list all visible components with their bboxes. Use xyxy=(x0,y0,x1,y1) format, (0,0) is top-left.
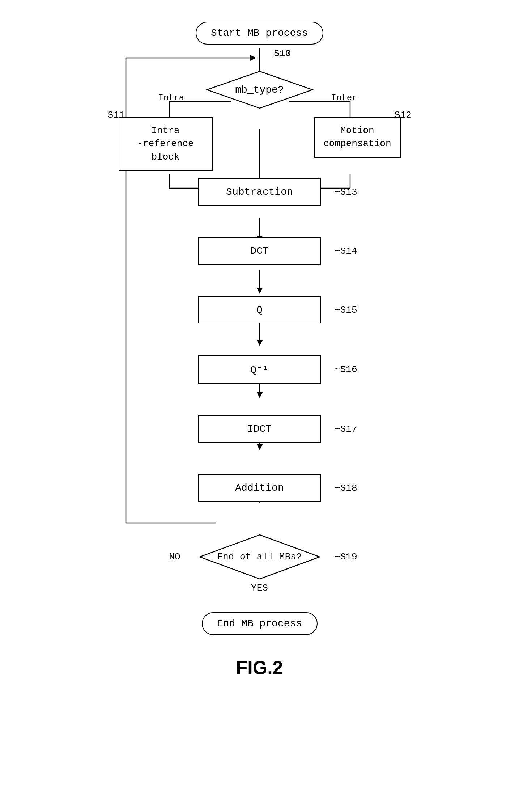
intra-ref-block: Intra-reference block xyxy=(119,117,213,171)
s16-label: ~S16 xyxy=(335,364,357,375)
motion-comp-block: Motioncompensation xyxy=(314,117,400,158)
inter-branch-label: Inter xyxy=(331,93,357,103)
subtraction-node: Subtraction xyxy=(198,178,321,206)
s18-label: ~S18 xyxy=(335,483,357,494)
figure-label: FIG.2 xyxy=(236,657,283,678)
q-inv-label: Q⁻¹ xyxy=(250,364,268,376)
s15-label: ~S15 xyxy=(335,305,357,316)
svg-marker-21 xyxy=(257,392,263,398)
idct-label: IDCT xyxy=(247,423,272,435)
s14-label: ~S14 xyxy=(335,246,357,257)
page: Start MB process S10 mb_type? Intra Inte… xyxy=(0,0,519,812)
s13-label: ~S13 xyxy=(335,187,357,198)
idct-node: IDCT xyxy=(198,415,321,443)
q-label: Q xyxy=(256,304,263,316)
addition-label: Addition xyxy=(235,482,284,494)
start-node: Start MB process xyxy=(196,22,323,45)
mb-type-decision: mb_type? xyxy=(205,70,314,110)
end-node: End MB process xyxy=(202,612,318,635)
q-node: Q xyxy=(198,296,321,323)
svg-marker-17 xyxy=(257,288,263,294)
s19-label: ~S19 xyxy=(335,551,357,562)
svg-marker-23 xyxy=(257,444,263,450)
start-label: Start MB process xyxy=(211,28,308,39)
yes-label: YES xyxy=(251,583,268,593)
end-all-mbs-decision: End of all MBs? xyxy=(198,533,321,580)
s10-label: S10 xyxy=(274,48,291,59)
flowchart: Start MB process S10 mb_type? Intra Inte… xyxy=(97,22,422,635)
q-inv-node: Q⁻¹ xyxy=(198,355,321,384)
svg-marker-19 xyxy=(257,340,263,346)
dct-node: DCT xyxy=(198,237,321,265)
mb-type-label: mb_type? xyxy=(235,84,284,96)
dct-label: DCT xyxy=(250,245,268,257)
s17-label: ~S17 xyxy=(335,424,357,435)
subtraction-label: Subtraction xyxy=(226,186,293,198)
no-label: NO xyxy=(169,551,180,562)
end-mbs-label: End of all MBs? xyxy=(217,551,302,562)
addition-node: Addition xyxy=(198,474,321,502)
intra-branch-label: Intra xyxy=(158,93,184,103)
end-label: End MB process xyxy=(217,618,302,629)
